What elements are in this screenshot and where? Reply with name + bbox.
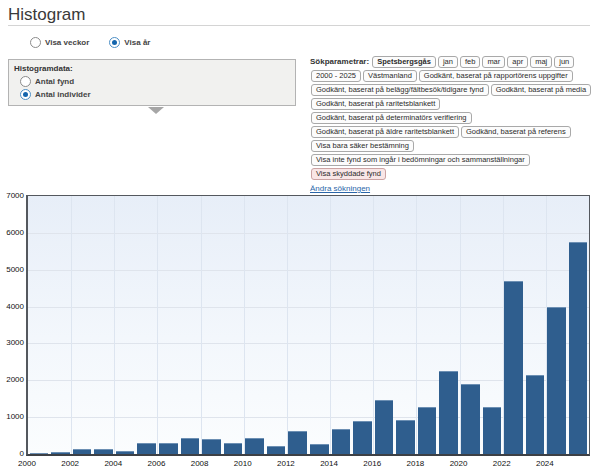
h-gridline	[28, 233, 589, 234]
bar-2018	[418, 407, 437, 454]
bar-2023	[526, 375, 545, 454]
search-tag: Västmanland	[363, 70, 417, 82]
radio-label: Antal fynd	[35, 77, 74, 86]
search-tag: apr	[507, 56, 528, 68]
v-gridline	[71, 196, 72, 454]
search-tag: Visa bara säker bestämning	[311, 140, 414, 152]
search-tag: Spetsbergsgås	[372, 56, 436, 68]
search-tag: mar	[482, 56, 505, 68]
bar-2009	[224, 443, 243, 454]
x-axis-label: 2020	[450, 459, 468, 468]
search-tag: maj	[530, 56, 552, 68]
x-axis-label: 2004	[104, 459, 122, 468]
radio-icon[interactable]	[20, 76, 31, 87]
bar-2012	[288, 431, 307, 454]
x-axis-label: 2012	[277, 459, 295, 468]
v-gridline	[244, 196, 245, 454]
y-axis-label: 5000	[0, 265, 24, 274]
v-gridline	[114, 196, 115, 454]
radio-view-visa-r[interactable]: Visa år	[109, 37, 150, 48]
x-axis-label: 2008	[191, 459, 209, 468]
radio-label: Visa år	[124, 38, 150, 47]
radio-icon[interactable]	[30, 37, 41, 48]
search-tag: jun	[554, 56, 574, 68]
search-tag: Godkänt, baserat på media	[491, 84, 591, 96]
search-tag: Godkänt, baserat på äldre raritetsblanke…	[311, 126, 459, 138]
search-tag: Godkänt, baserat på determinatörs verifi…	[311, 112, 472, 124]
bar-2010	[245, 438, 264, 454]
v-gridline	[287, 196, 288, 454]
v-gridline	[157, 196, 158, 454]
search-tag: jan	[438, 56, 458, 68]
bar-2007	[181, 438, 200, 454]
page-title: Histogram	[8, 5, 85, 25]
histogramdata-panel: Histogramdata: Antal fyndAntal individer	[8, 59, 296, 106]
x-axis-label: 2006	[148, 459, 166, 468]
title-divider	[8, 25, 590, 26]
search-tag: Godkänd, baserat på referens	[461, 126, 571, 138]
bar-2014	[332, 429, 351, 454]
bar-2008	[202, 439, 221, 454]
bar-2004	[116, 451, 135, 454]
bar-2011	[267, 446, 286, 454]
histogramdata-radio-group: Antal fyndAntal individer	[14, 76, 290, 100]
search-tag: Godkänt, baserat på rapportörens uppgift…	[419, 70, 573, 82]
radio-icon[interactable]	[109, 37, 120, 48]
bar-2003	[94, 449, 113, 454]
x-axis-label: 2014	[320, 459, 338, 468]
bar-2025	[569, 242, 588, 454]
bar-2002	[73, 449, 92, 454]
x-axis-label: 2018	[406, 459, 424, 468]
search-tag: feb	[460, 56, 480, 68]
v-gridline	[330, 196, 331, 454]
histogram-chart: 0100020003000400050006000700020002002200…	[0, 186, 600, 472]
y-axis-label: 2000	[0, 375, 24, 384]
bar-2022	[504, 281, 523, 454]
view-toggle-radio-group: Visa veckorVisa år	[30, 37, 150, 48]
bar-2020	[461, 384, 480, 454]
radio-label: Antal individer	[35, 90, 91, 99]
search-parameters-label: Sökparametrar:	[310, 57, 369, 67]
search-tag: Visa inte fynd som ingår i bedömningar o…	[311, 154, 530, 166]
radio-histdata-antal-fynd[interactable]: Antal fynd	[20, 76, 290, 87]
search-tag: Godkänt, baserat på belägg/fältbesök/tid…	[311, 84, 489, 96]
radio-icon[interactable]	[20, 89, 31, 100]
v-gridline	[201, 196, 202, 454]
radio-label: Visa veckor	[45, 38, 89, 47]
bar-2000	[30, 453, 49, 454]
x-axis-label: 2010	[234, 459, 252, 468]
bar-2021	[483, 407, 502, 454]
search-tag: 2000 - 2025	[311, 70, 361, 82]
histogram-page: Histogram Visa veckorVisa år Histogramda…	[0, 0, 600, 472]
search-tag: Visa skyddade fynd	[311, 168, 386, 180]
x-axis-label: 2016	[363, 459, 381, 468]
bar-2016	[375, 400, 394, 454]
h-gridline	[28, 270, 589, 271]
y-axis-label: 6000	[0, 228, 24, 237]
bar-2006	[159, 443, 178, 454]
radio-histdata-antal-individer[interactable]: Antal individer	[20, 89, 290, 100]
bar-2024	[547, 307, 566, 454]
bar-2013	[310, 444, 329, 454]
radio-view-visa-veckor[interactable]: Visa veckor	[30, 37, 89, 48]
x-axis-label: 2002	[61, 459, 79, 468]
bar-2017	[396, 420, 415, 454]
y-axis-label: 4000	[0, 302, 24, 311]
y-axis-label: 1000	[0, 412, 24, 421]
chart-plot-area	[26, 195, 590, 456]
x-axis-label: 2024	[536, 459, 554, 468]
x-axis-label: 2000	[18, 459, 36, 468]
bar-2005	[137, 443, 156, 454]
bar-2015	[353, 421, 372, 454]
bar-2019	[439, 371, 458, 454]
search-tag: Godkänt, baserat på raritetsblankett	[311, 98, 440, 110]
collapse-panel-triangle-icon[interactable]	[148, 107, 164, 114]
bar-2001	[51, 452, 70, 454]
y-axis-label: 3000	[0, 338, 24, 347]
y-axis-label: 7000	[0, 191, 24, 200]
x-axis-label: 2022	[493, 459, 511, 468]
y-axis-label: 0	[0, 449, 24, 458]
histogramdata-panel-label: Histogramdata:	[14, 64, 290, 73]
